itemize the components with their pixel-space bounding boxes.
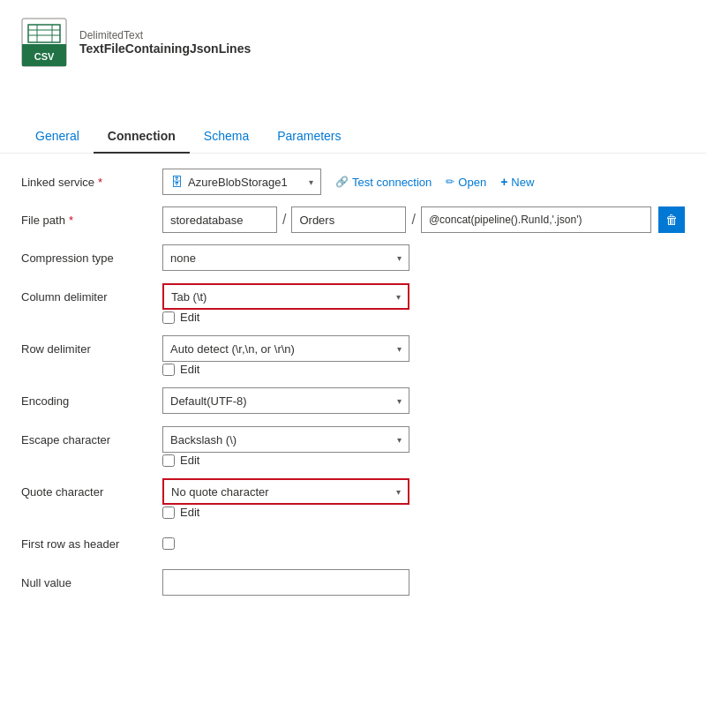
- row-delimiter-control: Auto detect (\r,\n, or \r\n) ▾: [162, 335, 685, 362]
- column-delimiter-control: Tab (\t) ▾: [162, 283, 685, 310]
- row-delimiter-arrow: ▾: [397, 344, 402, 354]
- row-delimiter-edit-row: Edit: [21, 363, 685, 376]
- encoding-dropdown[interactable]: Default(UTF-8) ▾: [162, 387, 409, 414]
- null-value-row: Null value: [21, 568, 685, 597]
- quote-character-row: Quote character No quote character ▾: [21, 477, 685, 506]
- file-path-label: File path *: [21, 214, 162, 227]
- column-delimiter-dropdown[interactable]: Tab (\t) ▾: [162, 283, 409, 310]
- tab-general[interactable]: General: [21, 120, 94, 154]
- file-path-subfolder-input[interactable]: [291, 206, 406, 233]
- null-value-input[interactable]: [162, 569, 409, 596]
- quote-character-dropdown[interactable]: No quote character ▾: [162, 478, 409, 505]
- compression-type-control: none ▾: [162, 244, 685, 271]
- row-delimiter-edit-label: Edit: [180, 363, 199, 376]
- column-delimiter-edit-label: Edit: [180, 311, 199, 324]
- encoding-control: Default(UTF-8) ▾: [162, 387, 685, 414]
- linked-service-row: Linked service * 🗄 AzureBlobStorage1 ▾ 🔗…: [21, 168, 685, 196]
- encoding-label: Encoding: [21, 394, 162, 408]
- required-star: *: [98, 176, 102, 189]
- file-path-folder-input[interactable]: [162, 206, 277, 233]
- storage-icon: 🗄: [170, 175, 183, 189]
- quote-character-arrow: ▾: [396, 487, 401, 497]
- file-path-controls: / / @concat(pipeline().RunId,'.json') 🗑: [162, 206, 685, 233]
- row-delimiter-value: Auto detect (\r,\n, or \r\n): [170, 342, 295, 356]
- quote-character-label: Quote character: [21, 485, 162, 499]
- open-link[interactable]: ✏ Open: [446, 176, 486, 189]
- header-title: TextFileContainingJsonLines: [79, 41, 251, 56]
- column-delimiter-edit-row: Edit: [21, 311, 685, 324]
- linked-service-controls: 🗄 AzureBlobStorage1 ▾ 🔗 Test connection …: [162, 169, 685, 195]
- escape-character-arrow: ▾: [397, 435, 402, 445]
- linked-service-dropdown[interactable]: 🗄 AzureBlobStorage1 ▾: [162, 169, 321, 195]
- escape-character-label: Escape character: [21, 433, 162, 447]
- column-delimiter-edit-checkbox[interactable]: [162, 311, 175, 324]
- escape-character-value: Backslash (\): [170, 433, 237, 447]
- compression-type-value: none: [170, 251, 196, 265]
- encoding-value: Default(UTF-8): [170, 394, 247, 408]
- first-row-header-label: First row as header: [21, 537, 162, 551]
- column-delimiter-arrow: ▾: [396, 292, 401, 302]
- compression-type-row: Compression type none ▾: [21, 244, 685, 272]
- plus-icon: +: [500, 175, 507, 189]
- null-value-control: [162, 569, 685, 596]
- test-connection-link[interactable]: 🔗 Test connection: [335, 176, 432, 189]
- pencil-icon: ✏: [446, 176, 454, 188]
- escape-character-edit-row: Edit: [21, 454, 685, 467]
- escape-character-row: Escape character Backslash (\) ▾: [21, 425, 685, 454]
- compression-type-dropdown[interactable]: none ▾: [162, 244, 409, 271]
- quote-character-edit-label: Edit: [180, 506, 199, 519]
- tabs-container: General Connection Schema Parameters: [0, 120, 706, 154]
- compression-type-label: Compression type: [21, 251, 162, 265]
- first-row-header-control: [162, 537, 685, 550]
- encoding-row: Encoding Default(UTF-8) ▾: [21, 387, 685, 415]
- tab-schema[interactable]: Schema: [190, 120, 263, 154]
- row-delimiter-label: Row delimiter: [21, 342, 162, 356]
- path-separator-2: /: [409, 212, 417, 228]
- escape-character-dropdown[interactable]: Backslash (\) ▾: [162, 426, 409, 453]
- column-delimiter-value: Tab (\t): [171, 290, 207, 304]
- column-delimiter-row: Column delimiter Tab (\t) ▾: [21, 282, 685, 311]
- file-path-formula[interactable]: @concat(pipeline().RunId,'.json'): [421, 206, 651, 233]
- escape-character-edit-checkbox[interactable]: [162, 454, 175, 467]
- header-text: DelimitedText TextFileContainingJsonLine…: [79, 29, 251, 56]
- csv-file-icon: CSV: [21, 18, 67, 67]
- path-separator-1: /: [281, 212, 288, 228]
- first-row-header-checkbox[interactable]: [162, 537, 175, 550]
- content-area: Linked service * 🗄 AzureBlobStorage1 ▾ 🔗…: [0, 154, 706, 621]
- row-delimiter-edit-checkbox[interactable]: [162, 364, 175, 376]
- header-subtitle: DelimitedText: [79, 29, 251, 41]
- formula-text: @concat(pipeline().RunId,'.json'): [429, 214, 582, 226]
- delete-button[interactable]: 🗑: [658, 206, 685, 233]
- linked-service-value: AzureBlobStorage1: [188, 176, 304, 189]
- null-value-label: Null value: [21, 576, 162, 589]
- tab-parameters[interactable]: Parameters: [263, 120, 355, 154]
- first-row-header-row: First row as header: [21, 529, 685, 558]
- file-path-required: *: [69, 214, 73, 227]
- file-path-row: File path * / / @concat(pipeline().RunId…: [21, 206, 685, 233]
- svg-text:CSV: CSV: [34, 51, 55, 62]
- tab-connection[interactable]: Connection: [94, 120, 190, 154]
- page-container: CSV DelimitedText TextFileContainingJson…: [0, 0, 706, 728]
- row-delimiter-row: Row delimiter Auto detect (\r,\n, or \r\…: [21, 334, 685, 363]
- trash-icon: 🗑: [665, 213, 678, 227]
- quote-character-value: No quote character: [171, 485, 269, 499]
- encoding-arrow: ▾: [397, 396, 402, 406]
- escape-character-edit-label: Edit: [180, 454, 199, 467]
- linked-service-label: Linked service *: [21, 176, 162, 189]
- linked-service-arrow: ▾: [309, 177, 313, 187]
- column-delimiter-label: Column delimiter: [21, 290, 162, 304]
- quote-character-edit-row: Edit: [21, 506, 685, 519]
- header-area: CSV DelimitedText TextFileContainingJson…: [0, 0, 706, 67]
- link-icon: 🔗: [335, 176, 349, 188]
- escape-character-control: Backslash (\) ▾: [162, 426, 685, 453]
- new-link[interactable]: + New: [500, 175, 534, 189]
- row-delimiter-dropdown[interactable]: Auto detect (\r,\n, or \r\n) ▾: [162, 335, 409, 362]
- quote-character-control: No quote character ▾: [162, 478, 685, 505]
- compression-arrow: ▾: [397, 253, 402, 263]
- quote-character-edit-checkbox[interactable]: [162, 507, 175, 519]
